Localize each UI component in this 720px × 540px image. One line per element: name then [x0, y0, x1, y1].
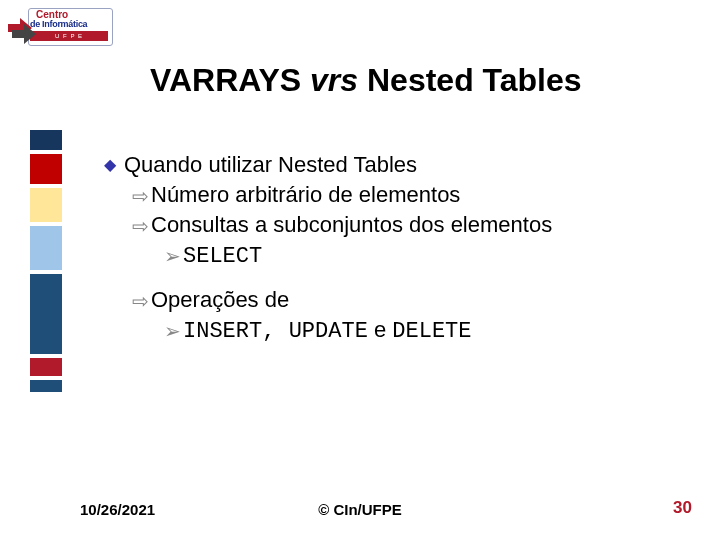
deco-square	[30, 274, 62, 354]
title-part2: Nested Tables	[358, 62, 581, 98]
arrow-bullet-icon: ⇨	[132, 290, 149, 312]
text-l1: Quando utilizar Nested Tables	[124, 152, 417, 177]
logo-bar: U F P E	[30, 31, 108, 41]
text-l3b-update: UPDATE	[289, 319, 368, 344]
slide-body: ◆Quando utilizar Nested Tables ⇨Número a…	[104, 150, 684, 347]
bullet-level3: ➢SELECT	[164, 240, 684, 272]
arrow-bullet-icon: ⇨	[132, 215, 149, 237]
deco-square	[30, 130, 62, 150]
diamond-bullet-icon: ◆	[104, 156, 116, 173]
chevron-bullet-icon: ➢	[164, 320, 181, 342]
bullet-level3: ➢INSERT, UPDATE e DELETE	[164, 315, 684, 347]
footer-copyright: © CIn/UFPE	[0, 501, 720, 518]
text-l3b-delete: DELETE	[392, 319, 471, 344]
text-l2c: Operações de	[151, 287, 289, 312]
deco-square	[30, 380, 62, 392]
bullet-level2: ⇨Consultas a subconjuntos dos elementos	[132, 210, 684, 240]
deco-square	[30, 154, 62, 184]
text-l2a: Número arbitrário de elementos	[151, 182, 460, 207]
text-l3a: SELECT	[183, 244, 262, 269]
text-l3b-e: e	[368, 317, 392, 342]
footer-page-number: 30	[673, 498, 692, 518]
chevron-bullet-icon: ➢	[164, 245, 181, 267]
title-part1: VARRAYS	[150, 62, 310, 98]
arrow-bullet-icon: ⇨	[132, 185, 149, 207]
text-l3b-insert: INSERT	[183, 319, 262, 344]
slide: Centro de Informática U F P E VARRAYS vr…	[0, 0, 720, 540]
text-l2b: Consultas a subconjuntos dos elementos	[151, 212, 552, 237]
slide-title: VARRAYS vrs Nested Tables	[150, 62, 690, 99]
bullet-level2: ⇨Operações de	[132, 285, 684, 315]
bullet-level2: ⇨Número arbitrário de elementos	[132, 180, 684, 210]
logo: Centro de Informática U F P E	[6, 6, 116, 50]
deco-square	[30, 358, 62, 376]
deco-square	[30, 226, 62, 270]
text-l3b-sep1: ,	[262, 319, 288, 344]
title-italic: vrs	[310, 62, 358, 98]
deco-square	[30, 188, 62, 222]
bullet-level1: ◆Quando utilizar Nested Tables	[104, 150, 684, 180]
logo-arrows-icon	[6, 12, 40, 46]
side-decoration	[30, 130, 62, 396]
